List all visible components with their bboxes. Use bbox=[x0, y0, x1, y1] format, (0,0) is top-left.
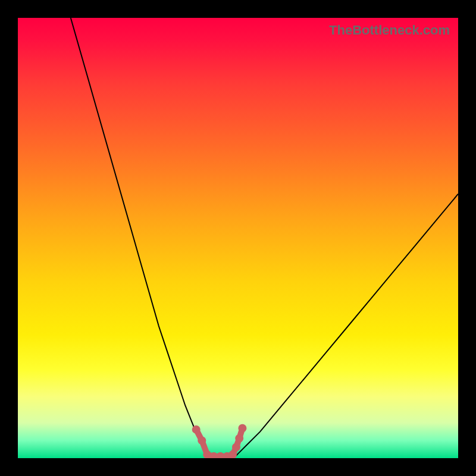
optimal-marker bbox=[198, 436, 206, 444]
optimal-marker bbox=[232, 443, 240, 452]
optimal-marker bbox=[235, 434, 243, 443]
chart-container: TheBottleneck.com bbox=[0, 0, 476, 476]
optimal-marker bbox=[192, 425, 201, 434]
plot-area: TheBottleneck.com bbox=[18, 18, 458, 458]
optimal-marker bbox=[238, 424, 246, 433]
bottleneck-curve bbox=[71, 18, 458, 458]
curve-svg bbox=[18, 18, 458, 458]
